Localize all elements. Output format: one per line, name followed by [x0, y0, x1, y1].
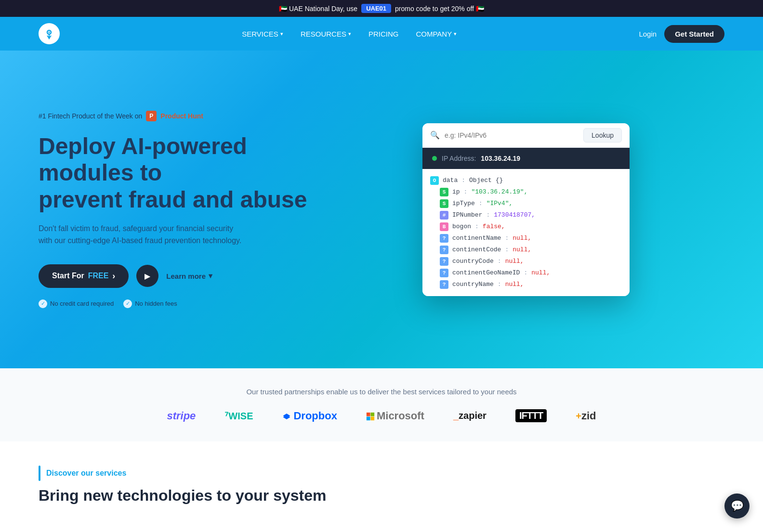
- json-key: data: [443, 177, 458, 184]
- json-badge: #: [440, 211, 448, 220]
- promo-code-badge: UAE01: [361, 4, 391, 13]
- hero-title: Deploy AI-powered modules to prevent fra…: [39, 133, 328, 213]
- hero-section: #1 Fintech Product of the Week on P Prod…: [0, 51, 763, 368]
- json-badge: ?: [440, 280, 448, 289]
- disclaimer-no-hidden-fees: ✓ No hidden fees: [123, 299, 177, 308]
- ip-label: IP Address:: [442, 155, 476, 162]
- ip-address-header: IP Address: 103.36.24.19: [422, 148, 630, 169]
- json-row: ? continentCode : null,: [430, 244, 622, 256]
- ip-search-input[interactable]: [445, 131, 579, 139]
- json-colon: :: [464, 188, 468, 195]
- hero-title-line2: prevent fraud and abuse: [39, 187, 307, 212]
- ph-icon: P: [146, 111, 157, 121]
- json-key: continentGeoNameID: [452, 269, 520, 276]
- trusted-section: Our trusted partnerships enable us to de…: [0, 368, 763, 441]
- start-free-button[interactable]: Start For FREE ›: [39, 264, 129, 288]
- logo-icon: [39, 23, 60, 44]
- json-row: ? continentName : null,: [430, 233, 622, 244]
- login-button[interactable]: Login: [639, 30, 657, 38]
- disclaimer-text-1: No credit card required: [50, 300, 114, 307]
- json-badge: O: [430, 176, 439, 185]
- partner-stripe: stripe: [167, 410, 196, 422]
- navbar: SERVICES ▾ RESOURCES ▾ PRICING COMPANY ▾…: [0, 17, 763, 51]
- check-icon-2: ✓: [123, 299, 132, 308]
- nav-pricing[interactable]: PRICING: [368, 30, 399, 38]
- api-demo-panel: 🔍 Lookup IP Address: 103.36.24.19 O data…: [328, 123, 724, 296]
- badge-prefix: #1 Fintech Product of the Week on: [39, 112, 142, 120]
- lookup-button[interactable]: Lookup: [583, 128, 622, 143]
- arrow-icon: ›: [112, 271, 115, 281]
- learn-more-button[interactable]: Learn more ▾: [166, 272, 212, 280]
- partners-row: stripe ⁷WISE Dropbox Microsoft _zapier I…: [39, 409, 724, 422]
- nav-links: SERVICES ▾ RESOURCES ▾ PRICING COMPANY ▾: [242, 30, 457, 38]
- json-badge: ?: [440, 246, 448, 254]
- discover-label: Discover our services: [46, 469, 126, 478]
- discover-accent: Discover our services: [39, 466, 724, 481]
- json-row: # IPNumber : 1730418707,: [430, 209, 622, 221]
- json-colon: :: [505, 246, 509, 253]
- search-icon: 🔍: [430, 130, 440, 140]
- json-row: O data : Object {}: [430, 175, 622, 186]
- json-value: 1730418707,: [494, 211, 535, 219]
- partner-zid: +zid: [576, 410, 596, 422]
- trusted-text: Our trusted partnerships enable us to de…: [39, 388, 724, 396]
- ip-value: 103.36.24.19: [481, 155, 520, 162]
- json-key: continentCode: [452, 246, 501, 253]
- hero-disclaimers: ✓ No credit card required ✓ No hidden fe…: [39, 299, 328, 308]
- start-label: Start For: [52, 272, 84, 280]
- json-value: null,: [505, 281, 524, 288]
- json-value: null,: [513, 246, 531, 253]
- chat-icon: 💬: [731, 500, 744, 512]
- hero-buttons: Start For FREE › ▶ Learn more ▾: [39, 264, 328, 288]
- json-row: ? countryName : null,: [430, 279, 622, 290]
- json-response-panel: O data : Object {} S ip : "103.36.24.19"…: [422, 169, 630, 296]
- json-colon: :: [486, 211, 490, 219]
- partner-dropbox: Dropbox: [282, 410, 337, 422]
- discover-title: Bring new technologies to your system: [39, 487, 724, 505]
- json-row: ? continentGeoNameID : null,: [430, 267, 622, 279]
- get-started-button[interactable]: Get Started: [664, 25, 724, 43]
- logo[interactable]: [39, 23, 60, 44]
- chevron-down-icon: ▾: [209, 272, 212, 280]
- json-colon: :: [479, 200, 483, 207]
- json-value: null,: [531, 269, 550, 276]
- json-key: IPNumber: [452, 211, 482, 219]
- nav-company[interactable]: COMPANY ▾: [416, 30, 457, 38]
- free-label: FREE: [88, 272, 109, 280]
- play-button[interactable]: ▶: [136, 265, 158, 287]
- svg-rect-6: [367, 416, 370, 420]
- ph-link[interactable]: Product Hunt: [160, 112, 203, 120]
- svg-rect-7: [370, 416, 374, 420]
- json-badge: ?: [440, 269, 448, 277]
- json-colon: :: [524, 269, 527, 276]
- svg-rect-5: [370, 413, 374, 416]
- json-value: null,: [505, 258, 524, 265]
- nav-resources[interactable]: RESOURCES ▾: [301, 30, 351, 38]
- chat-button[interactable]: 💬: [724, 493, 750, 514]
- hero-subtitle-line2: with our cutting-edge AI-based fraud pre…: [39, 236, 241, 245]
- hero-subtitle: Don't fall victim to fraud, safeguard yo…: [39, 222, 328, 247]
- json-value: null,: [513, 234, 531, 242]
- json-value: Object {}: [469, 177, 503, 184]
- json-value: "103.36.24.19",: [471, 188, 527, 195]
- json-key: countryCode: [452, 258, 494, 265]
- disclaimer-text-2: No hidden fees: [135, 300, 177, 307]
- json-row: S ip : "103.36.24.19",: [430, 186, 622, 198]
- json-badge: B: [440, 222, 448, 231]
- ip-search-bar: 🔍 Lookup: [422, 123, 630, 148]
- nav-services[interactable]: SERVICES ▾: [242, 30, 283, 38]
- partner-wise: ⁷WISE: [224, 410, 253, 422]
- json-colon: :: [498, 258, 501, 265]
- json-row: B bogon : false,: [430, 221, 622, 233]
- check-icon-1: ✓: [39, 299, 47, 308]
- json-key: bogon: [452, 223, 471, 230]
- banner-text-after: promo code to get 20% off 🇦🇪: [395, 5, 484, 13]
- blue-accent-bar: [39, 466, 40, 481]
- json-value: "IPv4",: [487, 200, 513, 207]
- top-banner: 🇦🇪 UAE National Day, use UAE01 promo cod…: [0, 0, 763, 17]
- json-value: false,: [483, 223, 505, 230]
- json-row: ? countryCode : null,: [430, 256, 622, 267]
- disclaimer-no-credit-card: ✓ No credit card required: [39, 299, 114, 308]
- api-panel-container: 🔍 Lookup IP Address: 103.36.24.19 O data…: [422, 123, 630, 296]
- json-badge: ?: [440, 234, 448, 243]
